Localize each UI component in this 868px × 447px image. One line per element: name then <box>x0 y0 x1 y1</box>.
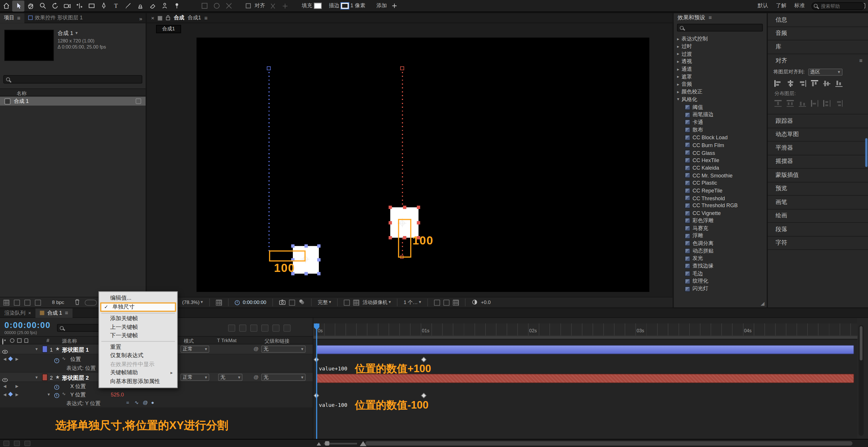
dock-panel-header[interactable]: 画笔 <box>768 196 868 209</box>
menu-item-add-to-essential-graphics[interactable]: 向基本图形添加属性 <box>99 377 177 386</box>
selection-handle[interactable] <box>317 244 320 248</box>
align-top-icon[interactable] <box>811 80 818 87</box>
effects-panel-menu-icon[interactable]: ≡ <box>709 15 712 21</box>
dock-panel-header[interactable]: 平滑器 <box>768 142 868 155</box>
dock-panel-header[interactable]: 字符 <box>768 236 868 250</box>
bpc-label[interactable]: 8 bpc <box>52 300 64 305</box>
current-time-display[interactable]: 0:00:00:00 <box>4 320 51 330</box>
effect-category-collapsed[interactable]: ▸表达式控制 <box>674 35 767 43</box>
fill-swatch[interactable] <box>314 3 322 9</box>
exposure-value[interactable]: +0.0 <box>481 300 491 305</box>
effect-item[interactable]: 马赛克 <box>674 225 767 232</box>
project-search[interactable] <box>3 75 142 83</box>
frame-blend-icon[interactable] <box>261 324 269 332</box>
layer-bar-1[interactable] <box>316 345 854 354</box>
pen-tool[interactable] <box>97 0 110 11</box>
effect-item[interactable]: CC Burn Film <box>674 141 767 149</box>
comp-name[interactable]: 合成 1 <box>58 29 73 37</box>
layer-color-chip[interactable] <box>42 346 48 353</box>
zoom-out-mountain-icon[interactable] <box>316 442 321 445</box>
selection-handle[interactable] <box>389 206 392 209</box>
chevron-down-icon[interactable]: ▾ <box>677 97 679 102</box>
zoom-dropdown[interactable]: (78.3%)▾ <box>182 300 203 305</box>
stopwatch-icon[interactable] <box>54 358 59 363</box>
effect-item[interactable]: 毛边 <box>674 270 767 277</box>
camera-view-dropdown[interactable]: 活动摄像机▾ <box>363 299 391 306</box>
roto-brush-tool[interactable] <box>158 0 170 11</box>
dock-panel-header[interactable]: 信息 <box>768 13 868 27</box>
menu-item-reset[interactable]: 重置 <box>99 343 177 351</box>
resolution-dropdown[interactable]: 完整▾ <box>318 299 331 306</box>
zoom-tool[interactable] <box>36 0 49 11</box>
effect-category-collapsed[interactable]: ▸颜色校正 <box>674 89 767 96</box>
chevron-right-icon[interactable]: ▸ <box>677 75 679 79</box>
home-button[interactable] <box>0 0 12 11</box>
dock-scrollbar[interactable] <box>865 138 867 167</box>
distribute-top-icon[interactable] <box>775 100 782 107</box>
expression-pickwhip-icon[interactable]: @ <box>143 400 148 405</box>
prev-keyframe-icon[interactable]: ◀ <box>3 384 6 389</box>
stroke-swatch[interactable] <box>341 3 349 9</box>
effect-item[interactable]: CC HexTile <box>674 156 767 164</box>
effect-category-collapsed[interactable]: ▸遮罩 <box>674 73 767 81</box>
selection-handle[interactable] <box>317 258 320 261</box>
comp-name-chevron[interactable]: ▾ <box>75 31 78 35</box>
eye-icon[interactable] <box>2 378 8 382</box>
new-folder-icon[interactable] <box>24 299 30 305</box>
shape-tool[interactable] <box>85 0 97 11</box>
property-name[interactable]: X 位置 <box>70 383 86 390</box>
stroke-width-value[interactable]: 1 像素 <box>350 2 365 9</box>
panel-menu-icon[interactable]: ≡ <box>17 15 20 21</box>
clone-stamp-tool[interactable] <box>134 0 146 11</box>
lock-icon[interactable] <box>165 15 170 22</box>
property-row-y-position[interactable]: ◀ ▶ ▾ ∿ Y 位置 525.0 <box>0 390 313 399</box>
parent-dropdown[interactable]: 无▾ <box>261 346 306 353</box>
exposure-icon[interactable] <box>471 299 477 306</box>
selection-handle[interactable] <box>317 272 320 275</box>
selection-handle[interactable] <box>304 272 308 275</box>
new-composition-icon[interactable] <box>35 299 41 305</box>
eraser-tool[interactable] <box>146 0 158 11</box>
expression-text-1[interactable]: value+100 <box>319 366 347 372</box>
pan-behind-tool[interactable] <box>73 0 85 11</box>
fast-preview-icon[interactable] <box>443 299 450 305</box>
expression-language-icon[interactable]: ● <box>151 400 154 405</box>
work-area-bar[interactable] <box>313 336 858 339</box>
show-snapshot-icon[interactable] <box>289 299 295 305</box>
composition-mini-flowchart-icon[interactable] <box>228 324 235 332</box>
effect-item[interactable]: CC Block Load <box>674 134 767 141</box>
property-value[interactable]: 525.0 <box>111 391 124 398</box>
align-to-dropdown[interactable]: 选区▾ <box>808 68 842 76</box>
workspace-item[interactable]: 了解 <box>776 2 786 9</box>
menu-item-copy-expression-only[interactable]: 仅复制表达式 <box>99 351 177 360</box>
tab-overflow-chevron[interactable]: » <box>139 15 142 22</box>
tab-render-queue[interactable]: 渲染队列 × <box>0 308 36 318</box>
chevron-right-icon[interactable]: ▸ <box>677 82 679 87</box>
effect-item[interactable]: 彩色浮雕 <box>674 217 767 225</box>
blend-mode-dropdown[interactable]: 正常▾ <box>181 346 209 353</box>
effect-item[interactable]: 查找边缘 <box>674 262 767 270</box>
align-left-icon[interactable] <box>775 80 782 87</box>
chevron-right-icon[interactable]: ▸ <box>677 37 679 41</box>
menu-item-separate-dimensions[interactable]: ✓单独尺寸 <box>100 302 176 312</box>
prev-keyframe-icon[interactable]: ◀ <box>3 392 6 397</box>
pixel-aspect-icon[interactable] <box>434 299 440 305</box>
chevron-right-icon[interactable]: ▸ <box>677 67 679 72</box>
keyframe-indicator-icon[interactable] <box>8 392 13 397</box>
playhead-line[interactable] <box>316 323 317 439</box>
menu-item-add-keyframe[interactable]: 添加关键帧 <box>99 314 177 323</box>
effect-category-collapsed[interactable]: ▸通道 <box>674 66 767 73</box>
panel-resize-icon[interactable]: ◢ <box>761 301 765 306</box>
close-icon[interactable]: × <box>151 15 154 21</box>
roi-icon[interactable] <box>344 299 350 305</box>
chevron-right-icon[interactable]: ▸ <box>677 44 679 49</box>
workspace-item[interactable]: 默认 <box>758 2 768 9</box>
snapping-toggle[interactable]: 对齐 <box>246 2 267 9</box>
type-tool[interactable]: T <box>110 0 122 11</box>
distribute-v-center-icon[interactable] <box>787 100 794 107</box>
help-search-input[interactable] <box>812 2 865 10</box>
selection-handle[interactable] <box>389 236 392 239</box>
effect-item[interactable]: 画笔描边 <box>674 111 767 118</box>
blend-mode-dropdown[interactable]: 正常▾ <box>181 374 209 381</box>
effect-item[interactable]: CC Kaleida <box>674 164 767 172</box>
